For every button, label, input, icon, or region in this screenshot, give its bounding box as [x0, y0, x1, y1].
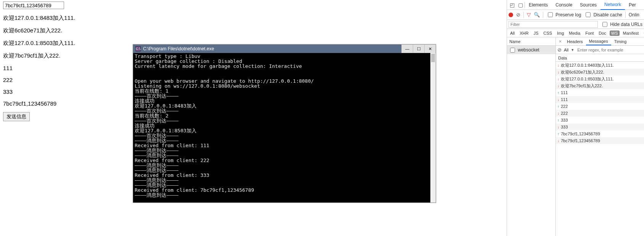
- type-js[interactable]: JS: [532, 31, 540, 36]
- devtools-panel: ◰ ▢ Elements Console Sources Network Per…: [507, 0, 644, 236]
- ws-message-text: 7bc79cf1,123456789: [561, 132, 600, 136]
- ws-message-row[interactable]: ↓222: [556, 110, 644, 117]
- clear-messages-icon[interactable]: ⊘: [557, 47, 562, 53]
- minimize-button[interactable]: —: [401, 45, 413, 53]
- ws-message-text: 111: [561, 97, 568, 102]
- ws-message-row[interactable]: ↓欢迎127.0.0.1:8503加入111.: [556, 75, 644, 82]
- dropdown-icon[interactable]: ▼: [571, 48, 574, 52]
- type-other[interactable]: Othe: [642, 31, 644, 36]
- online-dropdown[interactable]: Onlin: [629, 12, 639, 18]
- maximize-button[interactable]: ☐: [413, 45, 424, 53]
- filter-bar: Hide data URLs: [507, 20, 644, 29]
- ws-message-row[interactable]: ↑333: [556, 117, 644, 124]
- inspect-icon[interactable]: ◰: [508, 2, 516, 8]
- web-page: 欢迎127.0.0.1:8483加入111. 欢迎6c620e71加入222. …: [3, 2, 75, 121]
- hide-data-urls-checkbox[interactable]: Hide data URLs: [601, 20, 642, 29]
- type-filter-bar: All XHR JS CSS Img Media Font Doc WS Man…: [507, 29, 644, 37]
- tab-timing[interactable]: Timing: [611, 38, 630, 45]
- ws-message-row[interactable]: ↓欢迎7bc79cf1加入222.: [556, 82, 644, 89]
- incoming-arrow-icon: ↓: [557, 70, 559, 74]
- ws-message-row[interactable]: ↓欢迎6c620e71加入222.: [556, 69, 644, 75]
- disable-cache-box[interactable]: [586, 12, 591, 17]
- type-all[interactable]: All: [509, 31, 516, 36]
- request-checkbox[interactable]: [510, 48, 515, 53]
- ws-message-row[interactable]: ↓7bc79cf1,123456789: [556, 137, 644, 144]
- record-button[interactable]: [509, 13, 513, 17]
- list-item: 111: [3, 65, 75, 71]
- ws-message-row[interactable]: ↓333: [556, 124, 644, 130]
- disable-cache-checkbox[interactable]: Disable cache: [584, 11, 622, 18]
- tab-console[interactable]: Console: [552, 0, 576, 10]
- tab-headers[interactable]: Headers: [564, 38, 586, 45]
- console-scrollbar[interactable]: [430, 53, 436, 202]
- filter-icon[interactable]: ▽: [527, 12, 531, 18]
- messages-filter-bar: ⊘ All ▼: [556, 46, 644, 54]
- type-manifest[interactable]: Manifest: [621, 31, 641, 36]
- ws-message-row[interactable]: ↑7bc79cf1,123456789: [556, 130, 644, 137]
- ws-message-text: 333: [561, 125, 568, 129]
- disable-cache-label: Disable cache: [593, 12, 622, 18]
- close-button[interactable]: ✕: [424, 45, 436, 53]
- message-list: 欢迎127.0.0.1:8483加入111. 欢迎6c620e71加入222. …: [3, 14, 75, 107]
- type-css[interactable]: CSS: [542, 31, 554, 36]
- type-xhr[interactable]: XHR: [518, 31, 530, 36]
- preserve-log-label: Preserve log: [555, 12, 581, 18]
- incoming-arrow-icon: ↓: [557, 125, 559, 129]
- message-input[interactable]: [3, 2, 64, 9]
- separator: [543, 12, 543, 18]
- hide-data-urls-box[interactable]: [602, 21, 607, 28]
- messages-all-dropdown[interactable]: All: [564, 48, 568, 52]
- messages-regex-input[interactable]: [576, 47, 642, 53]
- incoming-arrow-icon: ↓: [557, 111, 559, 116]
- device-icon[interactable]: ▢: [516, 2, 525, 8]
- type-ws[interactable]: WS: [610, 31, 620, 36]
- ws-message-text: 222: [561, 104, 568, 109]
- close-details-icon[interactable]: ×: [557, 39, 564, 44]
- separator: [523, 12, 524, 18]
- list-item: 333: [3, 88, 75, 95]
- type-font[interactable]: Font: [584, 31, 595, 36]
- tab-sources[interactable]: Sources: [576, 0, 601, 10]
- preserve-log-box[interactable]: [548, 12, 553, 17]
- hide-data-urls-label: Hide data URLs: [610, 22, 642, 27]
- outgoing-arrow-icon: ↑: [557, 104, 559, 109]
- console-title: C:\Program Files\dotnet\dotnet.exe: [143, 46, 214, 51]
- ws-message-text: 222: [561, 111, 568, 116]
- incoming-arrow-icon: ↓: [557, 63, 559, 67]
- console-output: Transport type : Libuv Server garbage co…: [133, 53, 436, 202]
- list-item: 7bc79cf1,123456789: [3, 100, 75, 107]
- ws-message-text: 欢迎127.0.0.1:8483加入111.: [561, 63, 614, 68]
- request-row-websocket[interactable]: websocket: [507, 46, 555, 54]
- ws-message-row[interactable]: ↑111: [556, 89, 644, 96]
- type-img[interactable]: Img: [555, 31, 565, 36]
- detail-tabs: × Headers Messages Timing: [556, 37, 644, 46]
- list-item: 222: [3, 77, 75, 83]
- request-name: websocket: [518, 47, 539, 53]
- tab-messages[interactable]: Messages: [586, 38, 611, 45]
- tab-elements[interactable]: Elements: [525, 0, 552, 10]
- data-column-header[interactable]: Data: [556, 54, 644, 62]
- type-doc[interactable]: Doc: [597, 31, 608, 36]
- scrollbar-thumb[interactable]: [431, 54, 435, 62]
- name-column-header[interactable]: Name: [507, 37, 555, 46]
- ws-message-row[interactable]: ↑222: [556, 103, 644, 110]
- send-button[interactable]: 发送信息: [3, 112, 30, 121]
- ws-messages: ↓欢迎127.0.0.1:8483加入111.↓欢迎6c620e71加入222.…: [556, 62, 644, 236]
- ws-message-text: 欢迎127.0.0.1:8503加入111.: [561, 76, 614, 82]
- clear-icon[interactable]: ⊘: [516, 12, 520, 18]
- app-icon: C:\.: [135, 46, 141, 51]
- list-item: 欢迎127.0.0.1:8503加入111.: [3, 40, 75, 47]
- preserve-log-checkbox[interactable]: Preserve log: [546, 11, 581, 18]
- tab-performance[interactable]: Per: [625, 0, 640, 10]
- search-icon[interactable]: 🔍: [534, 12, 540, 18]
- ws-message-row[interactable]: ↓111: [556, 96, 644, 103]
- ws-message-row[interactable]: ↓欢迎127.0.0.1:8483加入111.: [556, 62, 644, 69]
- incoming-arrow-icon: ↓: [557, 77, 559, 81]
- console-titlebar[interactable]: C:\. C:\Program Files\dotnet\dotnet.exe …: [133, 45, 436, 53]
- tab-network[interactable]: Network: [601, 0, 625, 10]
- type-media[interactable]: Media: [567, 31, 582, 36]
- filter-input[interactable]: [509, 21, 598, 28]
- list-item: 欢迎7bc79cf1加入222.: [3, 52, 75, 59]
- ws-message-text: 111: [561, 90, 568, 95]
- list-item: 欢迎127.0.0.1:8483加入111.: [3, 14, 75, 22]
